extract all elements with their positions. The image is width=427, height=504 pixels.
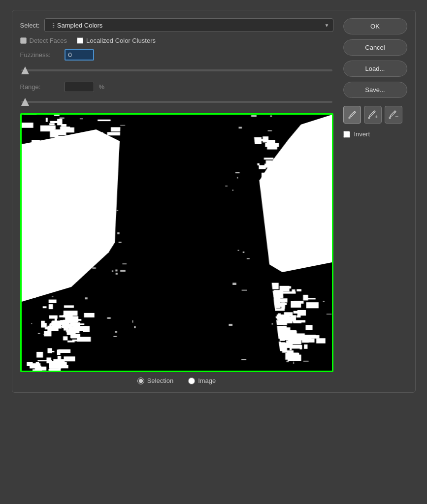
eyedropper-add-icon: + [368,110,378,120]
range-row: Range: % [20,82,333,92]
fuzziness-label: Fuzziness: [20,51,60,59]
localized-color-clusters-checkbox[interactable] [77,37,83,44]
localized-color-clusters-option[interactable]: Localized Color Clusters [77,37,156,44]
eyedropper-icon [348,110,357,119]
selection-radio[interactable] [137,378,144,384]
selection-radio-item[interactable]: Selection [137,377,173,384]
range-input[interactable] [65,82,94,92]
invert-label: Invert [354,130,370,138]
ok-button[interactable]: OK [343,18,407,34]
options-row: Detect Faces Localized Color Clusters [20,37,333,44]
eyedropper-subtract-button[interactable]: − [385,106,402,124]
image-radio[interactable] [188,378,195,384]
image-radio-item[interactable]: Image [188,377,216,384]
select-dropdown-wrapper: 🗦 Sampled Colors Reds Yellows Greens Cya… [44,18,333,32]
svg-text:+: + [375,114,378,120]
detect-faces-checkbox[interactable] [20,37,27,44]
fuzziness-input[interactable] [65,49,94,61]
detect-faces-label: Detect Faces [30,37,67,44]
svg-line-0 [354,112,355,113]
fuzziness-slider-container [20,65,333,77]
image-label: Image [198,377,216,384]
selection-label: Selection [147,377,173,384]
eyedropper-row: + − [343,106,407,124]
range-label: Range: [20,83,60,91]
localized-color-clusters-label: Localized Color Clusters [86,37,156,44]
range-slider-container [20,97,333,108]
preview-canvas [22,115,332,371]
invert-row: Invert [343,130,407,138]
svg-point-6 [389,117,391,119]
preview-container [20,113,333,372]
detect-faces-option[interactable]: Detect Faces [20,37,67,44]
color-range-dialog: Select: 🗦 Sampled Colors Reds Yellows Gr… [12,10,416,393]
svg-line-5 [394,112,395,113]
cancel-button[interactable]: Cancel [343,39,407,56]
eyedropper-subtract-icon: − [389,110,398,120]
fuzziness-row: Fuzziness: [20,49,333,61]
select-row: Select: 🗦 Sampled Colors Reds Yellows Gr… [20,18,333,32]
svg-line-2 [373,112,374,113]
select-dropdown[interactable]: 🗦 Sampled Colors Reds Yellows Greens Cya… [44,18,333,32]
load-button[interactable]: Load... [343,61,407,77]
save-button[interactable]: Save... [343,82,407,98]
svg-point-1 [349,117,350,119]
eyedropper-button[interactable] [343,106,361,124]
right-panel: OK Cancel Load... Save... + [343,18,407,384]
left-panel: Select: 🗦 Sampled Colors Reds Yellows Gr… [20,18,333,384]
svg-point-3 [368,117,370,119]
range-slider[interactable] [21,97,332,107]
radio-row: Selection Image [20,377,333,384]
svg-text:−: − [395,113,398,120]
eyedropper-add-button[interactable]: + [364,106,382,124]
invert-checkbox[interactable] [343,131,350,138]
range-unit: % [99,83,105,91]
fuzziness-slider[interactable] [21,65,332,75]
select-label: Select: [20,22,40,29]
